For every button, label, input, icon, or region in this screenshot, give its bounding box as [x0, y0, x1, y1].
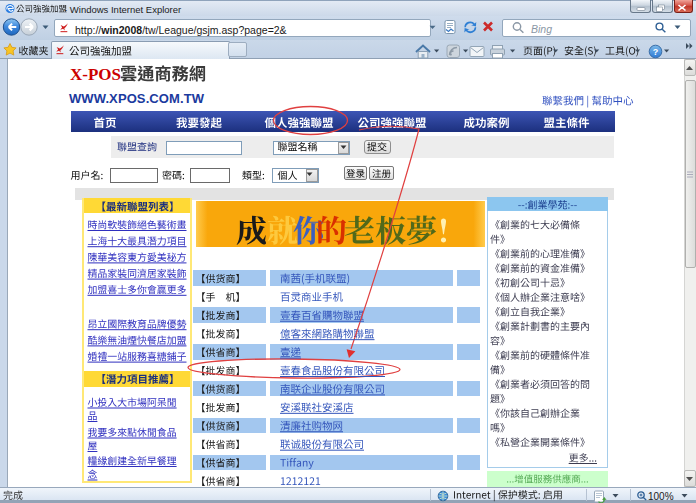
svg-text:?: ? [653, 47, 659, 57]
